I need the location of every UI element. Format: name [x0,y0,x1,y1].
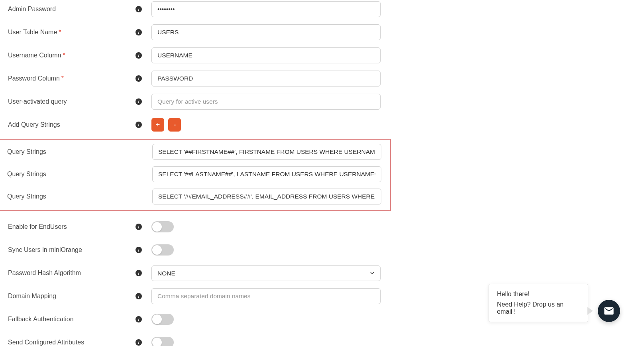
user-table-input[interactable] [151,24,381,40]
info-icon[interactable]: i [135,122,142,128]
sync-users-toggle[interactable] [151,244,174,256]
user-table-label: User Table Name* [8,29,135,36]
query-string-3-row: Query Strings [7,187,382,206]
password-col-row: Password Column* i [8,69,391,88]
info-icon[interactable]: i [135,247,142,253]
info-icon[interactable]: i [135,75,142,82]
user-activated-query-label: User-activated query [8,98,135,105]
sync-users-label: Sync Users in miniOrange [8,246,135,254]
info-icon[interactable]: i [135,52,142,59]
info-icon[interactable]: i [135,339,142,346]
password-col-label: Password Column* [8,75,135,82]
username-col-label: Username Column* [8,52,135,59]
user-activated-query-row: User-activated query i [8,92,391,111]
password-col-input[interactable] [151,71,381,86]
query-string-1-label: Query Strings [7,148,136,155]
hash-algorithm-row: Password Hash Algorithm i NONE [8,264,391,282]
chat-launcher-button[interactable] [598,300,620,322]
add-query-strings-row: Add Query Strings i + - [8,116,391,134]
enable-endusers-label: Enable for EndUsers [8,223,135,230]
query-strings-highlight: Query Strings Query Strings Query String… [0,139,391,211]
query-string-3-label: Query Strings [7,193,136,200]
admin-password-row: Admin Password i [8,0,391,18]
send-attributes-label: Send Configured Attributes [8,339,135,346]
user-table-row: User Table Name* i [8,23,391,41]
info-icon[interactable]: i [135,316,142,322]
email-icon [603,305,615,317]
query-string-2-row: Query Strings [7,165,382,183]
hash-algorithm-select[interactable]: NONE [151,265,381,281]
query-string-1-input[interactable] [152,144,381,160]
query-string-1-row: Query Strings [7,143,382,161]
domain-mapping-row: Domain Mapping i [8,287,391,305]
enable-endusers-row: Enable for EndUsers i [8,218,391,236]
query-string-3-input[interactable] [152,189,381,204]
chat-line-2: Need Help? Drop us an email ! [497,301,580,315]
send-attributes-toggle[interactable] [151,337,174,346]
info-icon[interactable]: i [135,29,142,35]
info-icon[interactable]: i [135,224,142,230]
info-icon[interactable]: i [135,98,142,105]
chat-popup: Hello there! Need Help? Drop us an email… [489,284,588,322]
chat-line-1: Hello there! [497,291,580,298]
username-col-row: Username Column* i [8,46,391,65]
domain-mapping-label: Domain Mapping [8,293,135,300]
remove-query-button[interactable]: - [168,118,181,132]
info-icon[interactable]: i [135,270,142,276]
info-icon[interactable]: i [135,293,142,299]
send-attributes-row: Send Configured Attributes i [8,333,391,346]
fallback-auth-row: Fallback Authentication i [8,310,391,328]
admin-password-input[interactable] [151,1,381,17]
chat-pointer [587,307,593,315]
query-string-2-label: Query Strings [7,171,136,178]
hash-algorithm-label: Password Hash Algorithm [8,269,135,277]
add-query-strings-label: Add Query Strings [8,121,135,128]
admin-password-label: Admin Password [8,6,135,13]
domain-mapping-input[interactable] [151,288,381,304]
fallback-auth-label: Fallback Authentication [8,316,135,323]
sync-users-row: Sync Users in miniOrange i [8,241,391,259]
user-activated-query-input[interactable] [151,94,381,110]
info-icon[interactable]: i [135,6,142,12]
fallback-auth-toggle[interactable] [151,314,174,325]
add-query-button[interactable]: + [151,118,164,132]
username-col-input[interactable] [151,47,381,63]
enable-endusers-toggle[interactable] [151,221,174,232]
query-string-2-input[interactable] [152,166,381,182]
